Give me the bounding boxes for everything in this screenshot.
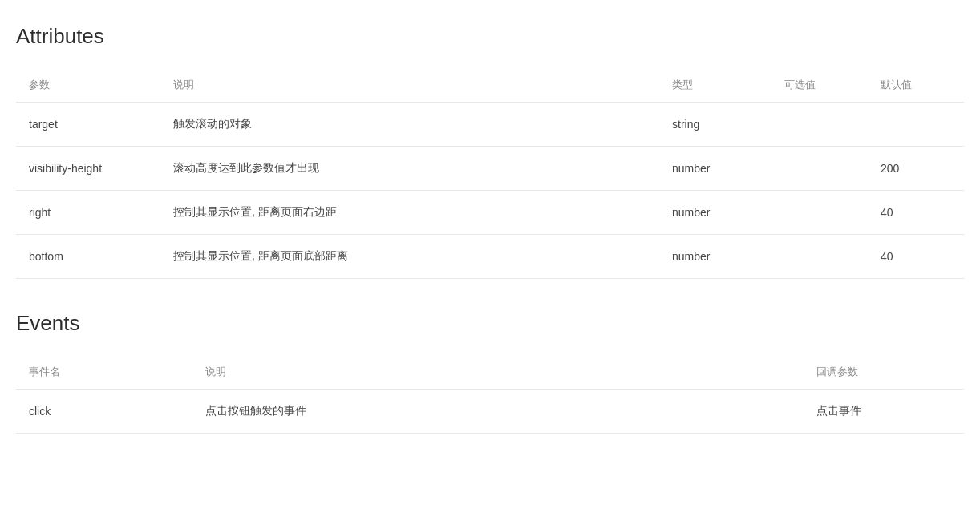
attr-param: visibility-height <box>16 147 160 191</box>
table-row: bottom 控制其显示位置, 距离页面底部距离 number 40 <box>16 235 964 279</box>
event-col-name: 事件名 <box>16 355 192 390</box>
attr-options <box>771 191 868 235</box>
attr-default: 200 <box>868 147 964 191</box>
attr-col-desc: 说明 <box>160 68 659 103</box>
attr-param: target <box>16 103 160 147</box>
attr-description: 滚动高度达到此参数值才出现 <box>160 147 659 191</box>
table-row: target 触发滚动的对象 string <box>16 103 964 147</box>
event-col-desc: 说明 <box>192 355 804 390</box>
attr-options <box>771 103 868 147</box>
attr-options <box>771 147 868 191</box>
events-title: Events <box>16 311 964 336</box>
attr-default: 40 <box>868 191 964 235</box>
attr-options <box>771 235 868 279</box>
event-description: 点击按钮触发的事件 <box>192 390 804 434</box>
events-section: Events 事件名 说明 回调参数 click 点击按钮触发的事件 点击事件 <box>16 311 964 434</box>
attr-type: number <box>659 191 771 235</box>
event-col-callback: 回调参数 <box>804 355 964 390</box>
attr-col-default: 默认值 <box>868 68 964 103</box>
table-row: click 点击按钮触发的事件 点击事件 <box>16 390 964 434</box>
attr-col-type: 类型 <box>659 68 771 103</box>
attr-description: 控制其显示位置, 距离页面底部距离 <box>160 235 659 279</box>
attr-param: bottom <box>16 235 160 279</box>
attr-default: 40 <box>868 235 964 279</box>
attr-col-options: 可选值 <box>771 68 868 103</box>
events-table: 事件名 说明 回调参数 click 点击按钮触发的事件 点击事件 <box>16 355 964 434</box>
attr-col-param: 参数 <box>16 68 160 103</box>
attr-type: string <box>659 103 771 147</box>
attributes-table: 参数 说明 类型 可选值 默认值 target 触发滚动的对象 string v… <box>16 68 964 279</box>
attr-type: number <box>659 147 771 191</box>
table-row: visibility-height 滚动高度达到此参数值才出现 number 2… <box>16 147 964 191</box>
attr-param: right <box>16 191 160 235</box>
attributes-title: Attributes <box>16 24 964 49</box>
event-name: click <box>16 390 192 434</box>
attr-description: 控制其显示位置, 距离页面右边距 <box>160 191 659 235</box>
attr-default <box>868 103 964 147</box>
event-callback: 点击事件 <box>804 390 964 434</box>
table-row: right 控制其显示位置, 距离页面右边距 number 40 <box>16 191 964 235</box>
attr-description: 触发滚动的对象 <box>160 103 659 147</box>
attr-type: number <box>659 235 771 279</box>
